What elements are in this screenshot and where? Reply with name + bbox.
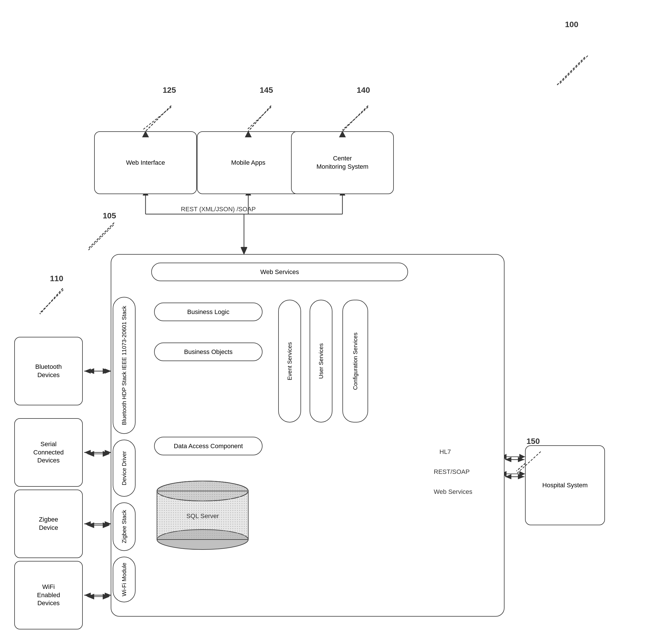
center-monitoring-box: Center Monitoring System	[291, 131, 394, 194]
serial-devices-box: Serial Connected Devices	[14, 418, 83, 487]
svg-line-2	[248, 106, 271, 131]
svg-line-4	[88, 223, 114, 248]
svg-line-3	[343, 106, 368, 131]
svg-line-71	[143, 107, 171, 130]
device-driver-pill: Device Driver	[113, 440, 135, 497]
ref-145: 145	[260, 86, 273, 95]
sql-server-drum: SQL Server	[154, 480, 251, 551]
bluetooth-devices-box: Bluetooth Devices	[14, 337, 83, 405]
svg-line-5	[40, 288, 63, 314]
event-services-pill: Event Services	[278, 300, 301, 422]
svg-line-73	[343, 107, 368, 130]
svg-marker-21	[103, 451, 110, 457]
svg-line-75	[39, 290, 63, 313]
rest-soap2-label: REST/SOAP	[434, 468, 470, 476]
svg-marker-54	[105, 593, 111, 598]
ref-110: 110	[50, 274, 63, 283]
svg-marker-53	[84, 593, 91, 598]
svg-marker-17	[103, 368, 110, 374]
ref-150: 150	[527, 437, 540, 446]
svg-marker-60	[518, 474, 525, 479]
svg-marker-48	[105, 450, 111, 455]
ref-140: 140	[357, 86, 370, 95]
zigbee-stack-pill: Zigbee Stack	[113, 502, 135, 551]
user-services-pill: User Services	[310, 300, 333, 422]
mobile-apps-box: Mobile Apps	[197, 131, 300, 194]
svg-marker-25	[87, 522, 94, 528]
data-access-pill: Data Access Component	[154, 437, 263, 455]
web-interface-box: Web Interface	[94, 131, 197, 194]
web-services-label: Web Services	[434, 488, 472, 496]
hl7-label: HL7	[440, 448, 451, 456]
svg-marker-24	[103, 522, 110, 528]
svg-line-1	[145, 106, 171, 131]
wifi-module-pill: Wi-Fi Module	[113, 557, 135, 602]
svg-text:SQL Server: SQL Server	[186, 512, 219, 520]
svg-marker-31	[519, 454, 525, 460]
svg-marker-22	[87, 451, 94, 457]
svg-marker-12	[241, 247, 247, 254]
ref-100: 100	[565, 20, 578, 29]
rest-soap-label: REST (XML/JSON) /SOAP	[154, 205, 283, 213]
zigbee-device-box: Zigbee Device	[14, 490, 83, 558]
ref-125: 125	[163, 86, 176, 95]
svg-marker-51	[105, 521, 111, 526]
svg-marker-57	[518, 457, 525, 462]
svg-line-70	[559, 56, 588, 84]
svg-marker-19	[87, 368, 94, 374]
svg-marker-34	[519, 471, 525, 477]
svg-marker-44	[84, 369, 91, 374]
diagram-container: 100 125 145 140 105 110 150 Web Interfac…	[0, 0, 672, 644]
svg-line-0	[556, 57, 585, 86]
svg-marker-28	[87, 594, 94, 599]
svg-marker-62	[241, 247, 248, 255]
svg-marker-50	[84, 521, 91, 526]
svg-line-74	[88, 225, 113, 250]
config-services-pill: Configuration Services	[343, 300, 368, 422]
hospital-system-box: Hospital System	[525, 445, 605, 525]
svg-marker-47	[84, 450, 91, 455]
ref-105: 105	[103, 211, 116, 220]
bluetooth-stack-pill: Bluetooth HDP Stack IEEE 11073-20601 Sta…	[113, 297, 135, 434]
business-objects-pill: Business Objects	[154, 343, 263, 361]
svg-marker-56	[505, 457, 511, 462]
svg-marker-45	[105, 369, 111, 374]
web-services-pill: Web Services	[151, 263, 408, 281]
svg-marker-27	[103, 594, 110, 599]
svg-line-72	[247, 107, 271, 130]
svg-marker-59	[505, 474, 511, 479]
wifi-devices-box: WiFi Enabled Devices	[14, 561, 83, 630]
business-logic-pill: Business Logic	[154, 302, 263, 321]
